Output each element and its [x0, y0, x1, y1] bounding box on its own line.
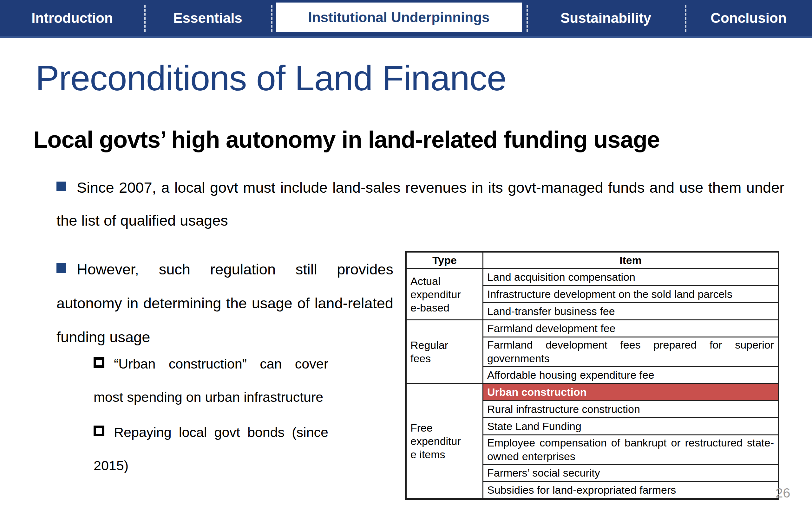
item-cell: Farmland development fees prepared for s… [483, 337, 779, 367]
column-header-type: Type [406, 252, 483, 269]
nav-tab-label: Conclusion [711, 10, 786, 26]
page-number: 26 [775, 486, 791, 501]
presentation-slide: Introduction Essentials Institutional Un… [0, 0, 812, 507]
item-cell: Land acquisition compensation [483, 269, 779, 286]
type-cell-regular-fees: Regular fees [406, 320, 483, 384]
nav-tab-essentials[interactable]: Essentials [144, 0, 271, 36]
bullet-text: However, such regulation still provides … [56, 261, 393, 345]
nav-tab-sustainability[interactable]: Sustainability [526, 0, 685, 36]
item-cell: Infrastructure development on the sold l… [483, 286, 779, 303]
hollow-square-bullet-icon [94, 357, 104, 368]
slide-subtitle: Local govts’ high autonomy in land-relat… [33, 126, 660, 153]
active-tab-highlight: Institutional Underpinnings [276, 3, 522, 32]
sub-bullet-item: Repaying local govt bonds (since 2015) [94, 416, 328, 482]
nav-bar: Introduction Essentials Institutional Un… [0, 0, 812, 38]
item-cell: Land-transfer business fee [483, 303, 779, 320]
nav-separator [526, 5, 528, 32]
item-cell: Employee compensation of bankrupt or res… [483, 435, 779, 464]
item-cell-urban-construction-highlight: Urban construction [483, 384, 779, 401]
hollow-square-bullet-icon [94, 426, 104, 436]
nav-tab-introduction[interactable]: Introduction [0, 0, 144, 36]
item-cell: Affordable housing expenditure fee [483, 367, 779, 384]
sub-bullet-item: “Urban construction” can cover most spen… [94, 347, 328, 414]
nav-tab-institutional-underpinnings[interactable]: Institutional Underpinnings [271, 0, 526, 36]
sub-bullet-text: Repaying local govt bonds (since 2015) [94, 425, 328, 473]
qualified-usages-table: Type Item Actual expenditur e-based Land… [405, 251, 779, 500]
type-cell-actual-expenditure-based: Actual expenditur e-based [406, 269, 483, 320]
sub-bullet-list: “Urban construction” can cover most spen… [94, 347, 328, 482]
nav-separator [144, 5, 146, 32]
bullet-text: Since 2007, a local govt must include la… [56, 179, 784, 229]
type-cell-free-expenditure-items: Free expenditur e items [406, 384, 483, 499]
sub-bullet-text: “Urban construction” can cover most spen… [94, 356, 328, 405]
item-cell: Subsidies for land-expropriated farmers [483, 482, 779, 499]
slide-title: Preconditions of Land Finance [36, 58, 506, 99]
table-row: Actual expenditur e-based Land acquisiti… [406, 269, 779, 286]
table-row-highlighted: Free expenditur e items Urban constructi… [406, 384, 779, 401]
item-cell: State Land Funding [483, 418, 779, 435]
table-row: Regular fees Farmland development fee [406, 320, 779, 337]
bullet-item: However, such regulation still provides … [56, 252, 393, 354]
nav-tab-label: Introduction [32, 10, 113, 26]
filled-square-bullet-icon [56, 181, 66, 191]
item-cell: Rural infrastructure construction [483, 401, 779, 418]
filled-square-bullet-icon [56, 263, 66, 273]
bullet-item: Since 2007, a local govt must include la… [56, 171, 784, 237]
nav-tab-label: Essentials [173, 10, 242, 26]
nav-tab-label: Institutional Underpinnings [308, 9, 490, 25]
column-header-item: Item [483, 252, 779, 269]
table-header-row: Type Item [406, 252, 779, 269]
item-cell: Farmers’ social security [483, 464, 779, 482]
nav-separator [685, 5, 687, 32]
item-cell: Farmland development fee [483, 320, 779, 337]
nav-separator [271, 5, 272, 32]
nav-tab-label: Sustainability [560, 10, 651, 26]
nav-tab-conclusion[interactable]: Conclusion [685, 0, 812, 36]
